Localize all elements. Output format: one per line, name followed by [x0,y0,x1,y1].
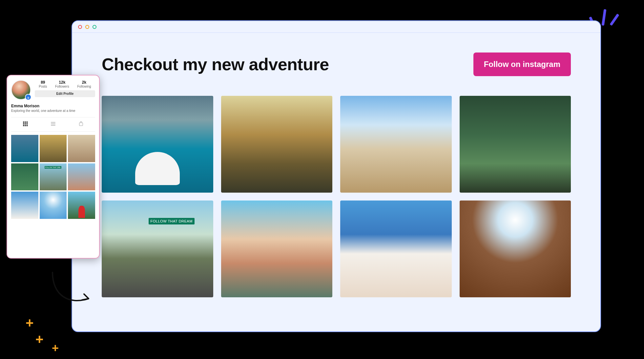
photo-gallery [102,96,571,297]
window-maximize-icon[interactable] [93,25,96,29]
stat-following[interactable]: 2k Following [77,80,91,88]
svg-rect-5 [26,123,28,125]
grid-icon [22,121,28,127]
profile-header: + 89 Posts 12k Followers 2k Following Ed… [11,80,95,100]
stat-followers-label: Followers [55,85,69,88]
page-title: Checkout my new adventure [102,54,329,74]
gallery-photo[interactable] [102,201,213,297]
edit-profile-button[interactable]: Edit Profile [35,90,95,97]
arrow-icon [49,269,95,308]
follow-instagram-button[interactable]: Follow on instagram [473,53,571,76]
stat-posts-value: 89 [39,80,47,85]
browser-titlebar [72,21,600,33]
gallery-photo[interactable] [340,96,452,193]
svg-rect-7 [25,125,26,126]
mini-post[interactable] [40,192,67,219]
stat-followers[interactable]: 12k Followers [55,80,69,88]
mini-post[interactable] [68,192,95,219]
svg-rect-8 [26,125,28,126]
list-icon [50,121,56,127]
mini-post[interactable] [11,192,38,219]
stat-following-value: 2k [77,80,91,85]
mini-post[interactable] [68,135,95,162]
svg-rect-3 [23,123,24,125]
svg-rect-6 [23,125,24,126]
avatar-wrap[interactable]: + [11,80,31,100]
add-story-icon[interactable]: + [25,94,31,100]
plus-accent-icon: + [26,315,34,331]
gallery-photo[interactable] [221,201,333,297]
tagged-icon [78,121,84,127]
svg-rect-10 [51,123,55,124]
svg-rect-2 [26,121,28,123]
profile-tabs [11,117,95,132]
window-minimize-icon[interactable] [85,25,89,29]
svg-rect-0 [23,121,24,123]
profile-bio: Exploring the world, one adventure at a … [11,109,95,113]
page-header: Checkout my new adventure Follow on inst… [102,53,571,76]
window-close-icon[interactable] [78,25,82,29]
gallery-photo[interactable] [460,96,571,193]
profile-name: Emma Morison [11,104,95,108]
svg-rect-9 [51,122,55,123]
tab-tagged[interactable] [67,117,95,131]
browser-window: Checkout my new adventure Follow on inst… [72,20,601,332]
gallery-photo[interactable] [340,201,452,297]
mini-post[interactable] [40,163,67,191]
mini-post[interactable] [11,135,38,162]
tab-list[interactable] [39,117,67,131]
profile-post-grid [11,135,95,219]
svg-rect-4 [25,123,26,125]
gallery-photo[interactable] [102,96,213,193]
mini-post[interactable] [11,163,38,191]
plus-accent-icon: + [52,341,59,355]
svg-rect-1 [25,121,26,123]
plus-accent-icon: + [35,331,44,347]
svg-rect-12 [79,123,83,126]
tab-grid[interactable] [11,117,39,131]
stat-posts[interactable]: 89 Posts [39,80,47,88]
page-content: Checkout my new adventure Follow on inst… [72,33,600,297]
stat-following-label: Following [77,85,91,88]
gallery-photo[interactable] [460,201,571,297]
gallery-photo[interactable] [221,96,333,193]
instagram-profile-card: + 89 Posts 12k Followers 2k Following Ed… [7,75,100,259]
svg-rect-11 [51,125,55,126]
mini-post[interactable] [40,135,67,162]
stat-followers-value: 12k [55,80,69,85]
profile-stats: 89 Posts 12k Followers 2k Following Edit… [35,80,95,97]
mini-post[interactable] [68,163,95,191]
stat-posts-label: Posts [39,85,47,88]
